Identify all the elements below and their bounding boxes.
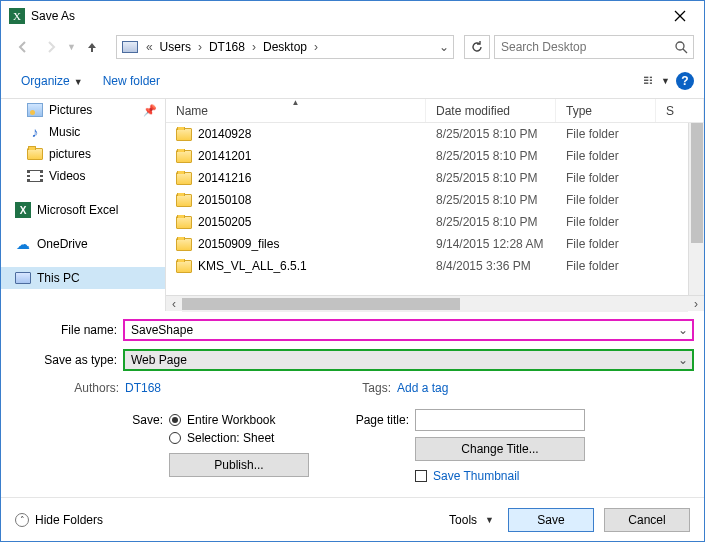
column-header-size[interactable]: S — [656, 99, 704, 122]
file-name: 20141201 — [198, 149, 251, 163]
change-title-button[interactable]: Change Title... — [415, 437, 585, 461]
chevron-icon[interactable]: › — [311, 40, 321, 54]
table-row[interactable]: 20150909_files9/14/2015 12:28 AMFile fol… — [166, 233, 704, 255]
search-box[interactable] — [494, 35, 694, 59]
chevron-icon[interactable]: « — [143, 40, 156, 54]
column-header-type[interactable]: Type — [556, 99, 656, 122]
tags-value[interactable]: Add a tag — [397, 381, 448, 395]
table-row[interactable]: 201412018/25/2015 8:10 PMFile folder — [166, 145, 704, 167]
sidebar-item-label: pictures — [49, 147, 91, 161]
organize-menu[interactable]: Organize▼ — [11, 70, 93, 92]
up-button[interactable] — [80, 35, 104, 59]
forward-button[interactable] — [39, 35, 63, 59]
hide-folders-button[interactable]: ˄ Hide Folders — [15, 513, 103, 527]
location-icon — [119, 38, 141, 56]
sidebar-item-excel[interactable]: X Microsoft Excel — [1, 199, 165, 221]
file-type: File folder — [556, 127, 656, 141]
sidebar-item-videos[interactable]: Videos — [1, 165, 165, 187]
body: Pictures 📌 ♪ Music pictures Videos X Mic… — [1, 99, 704, 311]
breadcrumb-seg[interactable]: Users — [156, 36, 195, 58]
radio-icon — [169, 432, 181, 444]
chevron-icon[interactable]: › — [249, 40, 259, 54]
file-type: File folder — [556, 193, 656, 207]
authors-value[interactable]: DT168 — [125, 381, 161, 395]
save-thumbnail-label[interactable]: Save Thumbnail — [433, 469, 520, 483]
radio-label: Entire Workbook — [187, 413, 275, 427]
pictures-icon — [27, 102, 43, 118]
pin-icon[interactable]: 📌 — [143, 104, 157, 117]
chevron-down-icon: ▼ — [661, 76, 670, 86]
videos-icon — [27, 168, 43, 184]
table-row[interactable]: KMS_VL_ALL_6.5.18/4/2015 3:36 PMFile fol… — [166, 255, 704, 277]
save-as-dialog: X Save As ▼ « Users › DT168 › Desktop › … — [0, 0, 705, 542]
filename-input[interactable] — [125, 323, 674, 337]
recent-dropdown-icon[interactable]: ▼ — [67, 42, 76, 52]
new-folder-button[interactable]: New folder — [93, 70, 170, 92]
view-options-button[interactable]: ▼ — [644, 69, 670, 93]
file-name: 20140928 — [198, 127, 251, 141]
sidebar: Pictures 📌 ♪ Music pictures Videos X Mic… — [1, 99, 166, 311]
breadcrumb-seg[interactable]: Desktop — [259, 36, 311, 58]
help-button[interactable]: ? — [676, 72, 694, 90]
svg-rect-7 — [644, 79, 648, 80]
sidebar-item-label: Pictures — [49, 103, 92, 117]
save-thumbnail-checkbox[interactable] — [415, 470, 427, 482]
titlebar: X Save As — [1, 1, 704, 31]
file-type: File folder — [556, 259, 656, 273]
radio-entire-workbook[interactable]: Save: Entire Workbook — [129, 413, 339, 427]
search-icon[interactable] — [669, 40, 693, 54]
sidebar-item-thispc[interactable]: This PC — [1, 267, 165, 289]
chevron-icon[interactable]: › — [195, 40, 205, 54]
file-date: 8/4/2015 3:36 PM — [426, 259, 556, 273]
cancel-button[interactable]: Cancel — [604, 508, 690, 532]
search-input[interactable] — [495, 40, 669, 54]
chevron-down-icon: ▼ — [485, 515, 494, 525]
saveastype-combobox[interactable]: Web Page ⌄ — [123, 349, 694, 371]
table-row[interactable]: 201412168/25/2015 8:10 PMFile folder — [166, 167, 704, 189]
footer: ˄ Hide Folders Tools ▼ Save Cancel — [1, 497, 704, 541]
scroll-right-icon[interactable]: › — [688, 297, 704, 311]
file-list: ▲ Name Date modified Type S 201409288/25… — [166, 99, 704, 311]
close-button[interactable] — [660, 2, 700, 30]
sidebar-item-pictures-folder[interactable]: pictures — [1, 143, 165, 165]
folder-icon — [176, 260, 192, 273]
file-date: 8/25/2015 8:10 PM — [426, 193, 556, 207]
breadcrumb-seg[interactable]: DT168 — [205, 36, 249, 58]
svg-text:X: X — [13, 10, 21, 22]
vertical-scrollbar[interactable] — [688, 123, 704, 295]
sidebar-item-music[interactable]: ♪ Music — [1, 121, 165, 143]
column-header-date[interactable]: Date modified — [426, 99, 556, 122]
save-button[interactable]: Save — [508, 508, 594, 532]
authors-label: Authors: — [11, 381, 119, 395]
file-date: 8/25/2015 8:10 PM — [426, 149, 556, 163]
back-button[interactable] — [11, 35, 35, 59]
music-icon: ♪ — [27, 124, 43, 140]
table-row[interactable]: 201409288/25/2015 8:10 PMFile folder — [166, 123, 704, 145]
sidebar-item-label: Microsoft Excel — [37, 203, 118, 217]
sidebar-item-pictures[interactable]: Pictures 📌 — [1, 99, 165, 121]
refresh-button[interactable] — [464, 35, 490, 59]
pagetitle-input[interactable] — [415, 409, 585, 431]
file-date: 9/14/2015 12:28 AM — [426, 237, 556, 251]
form-area: File name: ⌄ Save as type: Web Page ⌄ Au… — [1, 311, 704, 497]
horizontal-scrollbar[interactable]: ‹ › — [166, 295, 704, 311]
publish-button[interactable]: Publish... — [169, 453, 309, 477]
tools-menu[interactable]: Tools ▼ — [449, 513, 494, 527]
file-name: KMS_VL_ALL_6.5.1 — [198, 259, 307, 273]
filename-combobox[interactable]: ⌄ — [123, 319, 694, 341]
folder-icon — [176, 150, 192, 163]
breadcrumb-dropdown-icon[interactable]: ⌄ — [435, 40, 453, 54]
column-header-name[interactable]: ▲ Name — [166, 99, 426, 122]
breadcrumb-bar[interactable]: « Users › DT168 › Desktop › ⌄ — [116, 35, 454, 59]
table-row[interactable]: 201502058/25/2015 8:10 PMFile folder — [166, 211, 704, 233]
file-type: File folder — [556, 215, 656, 229]
sidebar-item-onedrive[interactable]: ☁ OneDrive — [1, 233, 165, 255]
file-rows: 201409288/25/2015 8:10 PMFile folder2014… — [166, 123, 704, 295]
chevron-down-icon[interactable]: ⌄ — [674, 323, 692, 337]
radio-selection-sheet[interactable]: Selection: Sheet — [169, 431, 339, 445]
chevron-down-icon[interactable]: ⌄ — [674, 353, 692, 367]
table-row[interactable]: 201501088/25/2015 8:10 PMFile folder — [166, 189, 704, 211]
file-name: 20150909_files — [198, 237, 279, 251]
scroll-left-icon[interactable]: ‹ — [166, 297, 182, 311]
file-list-header: ▲ Name Date modified Type S — [166, 99, 704, 123]
